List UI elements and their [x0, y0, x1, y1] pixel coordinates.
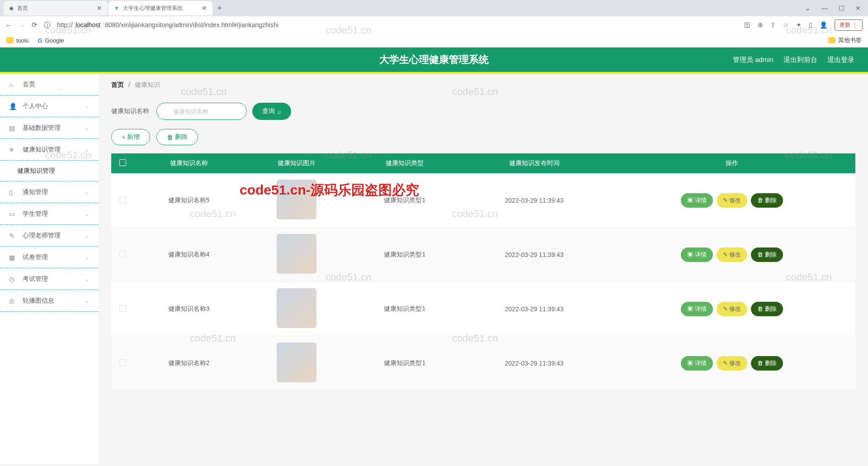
action-buttons: +新增 🗑删除 — [99, 126, 868, 153]
chevron-down-icon: ⌄ — [85, 233, 90, 239]
sidebar-item-label: 个人中心 — [23, 102, 48, 110]
sidebar: ⌂ 首页 👤 个人中心 ⌄ ▤ 基础数据管理 ⌄ ✈ 健康知识管理 ⌄ 健康知识… — [0, 74, 99, 464]
sidebar-item-personal[interactable]: 👤 个人中心 ⌄ — [0, 95, 99, 117]
url-input[interactable]: http://localhost:8080/xinlijiankangxiton… — [57, 21, 738, 29]
vue-icon: ▼ — [114, 5, 119, 11]
sidebar-item-label: 通知管理 — [23, 188, 48, 196]
bookmark-other[interactable]: 其他书签 — [828, 36, 862, 44]
forward-button[interactable]: → — [19, 21, 25, 29]
sidebar-item-teacher[interactable]: ✎ 心理老师管理 ⌄ — [0, 225, 99, 247]
main-content: 首页 / 健康知识 健康知识名称 查询⌕ +新增 🗑删除 健康知识名称 — [99, 74, 868, 464]
browser-chrome: ◉ 首页 ✕ ▼ 大学生心理健康管理系统 ✕ + ⌄ — ☐ ✕ ← → ⟳ ⓘ… — [0, 0, 868, 48]
panel-icon[interactable]: ▯ — [809, 21, 812, 29]
table-row: 健康知识名称3健康知识类型12022-03-29 11:39:43▣ 详情✎ 修… — [111, 282, 855, 336]
home-icon: ⌂ — [9, 81, 18, 88]
edit-button[interactable]: ✎ 修改 — [717, 193, 748, 208]
sidebar-item-label: 轮播图信息 — [23, 297, 54, 305]
carousel-icon: ◎ — [9, 297, 18, 304]
share-icon[interactable]: ⇪ — [770, 21, 776, 29]
update-button[interactable]: 更新⋮ — [835, 19, 863, 31]
student-icon: ▭ — [9, 210, 18, 218]
sidebar-item-notify[interactable]: ▯ 通知管理 ⌄ — [0, 181, 99, 203]
bookmark-google[interactable]: GGoogle — [38, 37, 64, 44]
chevron-down-icon: ⌄ — [85, 211, 90, 217]
select-all-checkbox[interactable] — [119, 159, 126, 166]
col-image: 健康知识图片 — [244, 153, 350, 173]
search-input[interactable] — [156, 103, 247, 120]
reload-button[interactable]: ⟳ — [32, 21, 38, 29]
thumbnail-image — [277, 288, 316, 328]
row-checkbox[interactable] — [119, 251, 126, 257]
app-header: 大学生心理健康管理系统 管理员 admin 退出到前台 退出登录 — [0, 48, 868, 74]
breadcrumb-home[interactable]: 首页 — [111, 81, 124, 88]
edit-button[interactable]: ✎ 修改 — [717, 356, 748, 371]
url-path: :8080/xinlijiankangxitong/admin/dist/ind… — [103, 21, 278, 29]
url-scheme: http:// — [57, 21, 73, 29]
minimize-button[interactable]: — — [821, 5, 828, 12]
sidebar-item-exam-paper[interactable]: ▦ 试卷管理 ⌄ — [0, 247, 99, 268]
new-tab-button[interactable]: + — [213, 4, 226, 13]
zoom-icon[interactable]: ⊕ — [758, 21, 763, 29]
close-icon[interactable]: ✕ — [97, 5, 102, 12]
star-icon[interactable]: ☆ — [783, 21, 789, 29]
sidebar-item-label: 学生管理 — [23, 210, 48, 218]
tab-strip: ◉ 首页 ✕ ▼ 大学生心理健康管理系统 ✕ + ⌄ — ☐ ✕ — [0, 0, 868, 16]
extensions-icon[interactable]: ✦ — [796, 21, 802, 29]
table-row: 健康知识名称2健康知识类型12022-03-29 11:39:43▣ 详情✎ 修… — [111, 336, 855, 390]
address-bar: ← → ⟳ ⓘ http://localhost:8080/xinlijiank… — [0, 16, 868, 33]
browser-tab-app[interactable]: ▼ 大学生心理健康管理系统 ✕ — [108, 1, 212, 15]
cell-time: 2022-03-29 11:39:43 — [460, 282, 609, 336]
detail-button[interactable]: ▣ 详情 — [681, 247, 713, 262]
row-delete-button[interactable]: 🗑 删除 — [751, 247, 783, 262]
col-ops: 操作 — [609, 153, 855, 173]
detail-button[interactable]: ▣ 详情 — [681, 302, 713, 316]
info-icon[interactable]: ⓘ — [44, 21, 51, 29]
sidebar-item-student[interactable]: ▭ 学生管理 ⌄ — [0, 203, 99, 225]
plus-icon: + — [122, 133, 125, 141]
delete-button[interactable]: 🗑删除 — [156, 129, 198, 145]
query-button[interactable]: 查询⌕ — [252, 103, 291, 120]
key-icon[interactable]: ⚿ — [744, 21, 750, 29]
back-to-front-link[interactable]: 退出到前台 — [783, 56, 817, 64]
sidebar-subitem-health-knowledge[interactable]: 健康知识管理 — [0, 161, 99, 181]
trash-icon: 🗑 — [167, 133, 173, 141]
profile-icon[interactable]: 👤 — [820, 21, 827, 29]
add-button[interactable]: +新增 — [111, 129, 150, 145]
sidebar-item-label: 首页 — [23, 81, 35, 89]
folder-icon — [6, 37, 14, 43]
edit-button[interactable]: ✎ 修改 — [717, 247, 748, 262]
col-name: 健康知识名称 — [134, 153, 244, 173]
cell-time: 2022-03-29 11:39:43 — [460, 336, 609, 390]
sidebar-item-label: 基础数据管理 — [23, 124, 61, 132]
row-delete-button[interactable]: 🗑 删除 — [751, 356, 783, 371]
sidebar-item-basedata[interactable]: ▤ 基础数据管理 ⌄ — [0, 117, 99, 139]
table-header: 健康知识名称 健康知识图片 健康知识类型 健康知识发布时间 操作 — [111, 153, 855, 173]
maximize-button[interactable]: ☐ — [839, 5, 844, 12]
detail-button[interactable]: ▣ 详情 — [681, 356, 713, 371]
sidebar-item-home[interactable]: ⌂ 首页 — [0, 74, 99, 95]
back-button[interactable]: ← — [5, 21, 12, 29]
chevron-down-icon: ⌄ — [85, 298, 90, 304]
row-checkbox[interactable] — [119, 196, 126, 203]
caret-down-icon[interactable]: ⌄ — [805, 5, 811, 12]
logout-link[interactable]: 退出登录 — [827, 56, 854, 64]
cell-name: 健康知识名称4 — [134, 228, 244, 282]
sidebar-item-label: 心理老师管理 — [23, 232, 61, 240]
close-icon[interactable]: ✕ — [202, 5, 207, 12]
row-delete-button[interactable]: 🗑 删除 — [751, 302, 783, 316]
sidebar-item-health-knowledge[interactable]: ✈ 健康知识管理 ⌄ — [0, 139, 99, 161]
sidebar-item-carousel[interactable]: ◎ 轮播图信息 ⌄ — [0, 290, 99, 312]
edit-button[interactable]: ✎ 修改 — [717, 302, 748, 316]
admin-label[interactable]: 管理员 admin — [733, 56, 774, 64]
cell-type: 健康知识类型1 — [350, 282, 460, 336]
cell-type: 健康知识类型1 — [350, 336, 460, 390]
close-window-button[interactable]: ✕ — [855, 5, 861, 12]
row-checkbox[interactable] — [119, 359, 126, 366]
row-delete-button[interactable]: 🗑 删除 — [751, 193, 783, 208]
row-checkbox[interactable] — [119, 305, 126, 312]
bookmark-tools[interactable]: tools — [6, 37, 28, 44]
browser-tab-home[interactable]: ◉ 首页 ✕ — [4, 1, 108, 15]
sidebar-item-test[interactable]: ◷ 考试管理 ⌄ — [0, 268, 99, 290]
cell-image — [244, 173, 350, 228]
detail-button[interactable]: ▣ 详情 — [681, 193, 713, 208]
